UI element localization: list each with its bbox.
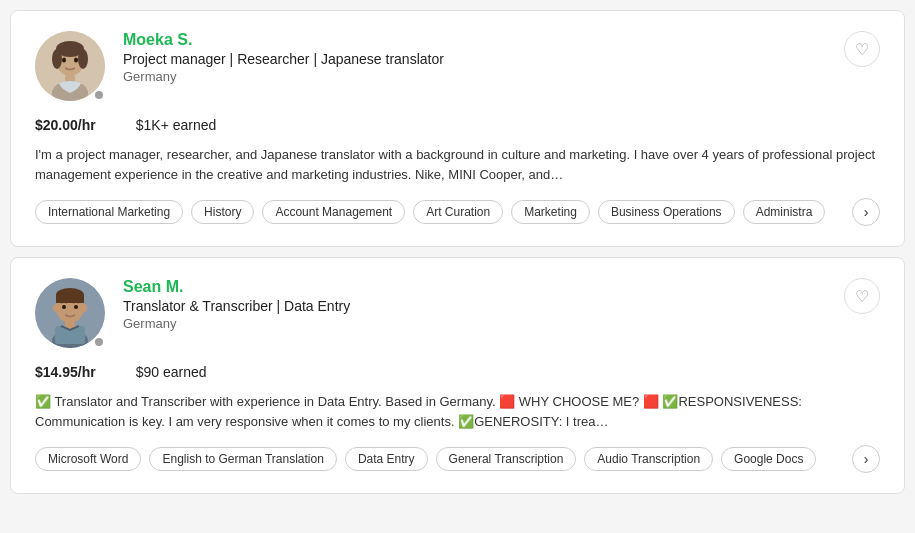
avatar-wrap <box>35 278 107 350</box>
tags-expand-button[interactable]: › <box>852 445 880 473</box>
svg-point-18 <box>62 305 66 309</box>
profile-header: Sean M. Translator & Transcriber | Data … <box>35 278 880 350</box>
profile-info: Moeka S. Project manager | Researcher | … <box>123 31 844 84</box>
heart-icon: ♡ <box>855 287 869 306</box>
earned-stat: $1K+ earned <box>136 117 217 133</box>
tag-history[interactable]: History <box>191 200 254 224</box>
favorite-button[interactable]: ♡ <box>844 278 880 314</box>
profile-card-moeka: Moeka S. Project manager | Researcher | … <box>10 10 905 247</box>
profile-location: Germany <box>123 316 844 331</box>
profile-header: Moeka S. Project manager | Researcher | … <box>35 31 880 103</box>
tag-account-management[interactable]: Account Management <box>262 200 405 224</box>
svg-point-16 <box>53 304 59 312</box>
svg-point-17 <box>81 304 87 312</box>
profile-card-sean: Sean M. Translator & Transcriber | Data … <box>10 257 905 494</box>
online-indicator <box>93 89 105 101</box>
avatar-wrap <box>35 31 107 103</box>
tag-english-german[interactable]: English to German Translation <box>149 447 336 471</box>
tags-row: International Marketing History Account … <box>35 198 880 226</box>
tag-google-docs[interactable]: Google Docs <box>721 447 816 471</box>
tag-marketing[interactable]: Marketing <box>511 200 590 224</box>
tags-expand-button[interactable]: › <box>852 198 880 226</box>
stats-row: $20.00/hr $1K+ earned <box>35 117 880 133</box>
tag-business-operations[interactable]: Business Operations <box>598 200 735 224</box>
svg-point-5 <box>52 49 62 69</box>
tags-row: Microsoft Word English to German Transla… <box>35 445 880 473</box>
svg-point-19 <box>74 305 78 309</box>
profile-name[interactable]: Sean M. <box>123 278 844 296</box>
stats-row: $14.95/hr $90 earned <box>35 364 880 380</box>
tag-microsoft-word[interactable]: Microsoft Word <box>35 447 141 471</box>
profile-location: Germany <box>123 69 844 84</box>
favorite-button[interactable]: ♡ <box>844 31 880 67</box>
tag-art-curation[interactable]: Art Curation <box>413 200 503 224</box>
bio-text: I'm a project manager, researcher, and J… <box>35 145 880 184</box>
profile-name[interactable]: Moeka S. <box>123 31 844 49</box>
rate-stat: $20.00/hr <box>35 117 96 133</box>
svg-rect-15 <box>56 295 84 303</box>
bio-text: ✅ Translator and Transcriber with experi… <box>35 392 880 431</box>
tag-audio-transcription[interactable]: Audio Transcription <box>584 447 713 471</box>
earned-stat: $90 earned <box>136 364 207 380</box>
rate-stat: $14.95/hr <box>35 364 96 380</box>
tag-general-transcription[interactable]: General Transcription <box>436 447 577 471</box>
heart-icon: ♡ <box>855 40 869 59</box>
chevron-right-icon: › <box>864 204 869 220</box>
tag-data-entry[interactable]: Data Entry <box>345 447 428 471</box>
svg-point-6 <box>78 49 88 69</box>
profile-title: Project manager | Researcher | Japanese … <box>123 51 844 67</box>
svg-point-8 <box>74 58 78 63</box>
chevron-right-icon: › <box>864 451 869 467</box>
profile-title: Translator & Transcriber | Data Entry <box>123 298 844 314</box>
tag-international-marketing[interactable]: International Marketing <box>35 200 183 224</box>
tag-administra[interactable]: Administra <box>743 200 826 224</box>
online-indicator <box>93 336 105 348</box>
profile-info: Sean M. Translator & Transcriber | Data … <box>123 278 844 331</box>
svg-point-7 <box>62 58 66 63</box>
